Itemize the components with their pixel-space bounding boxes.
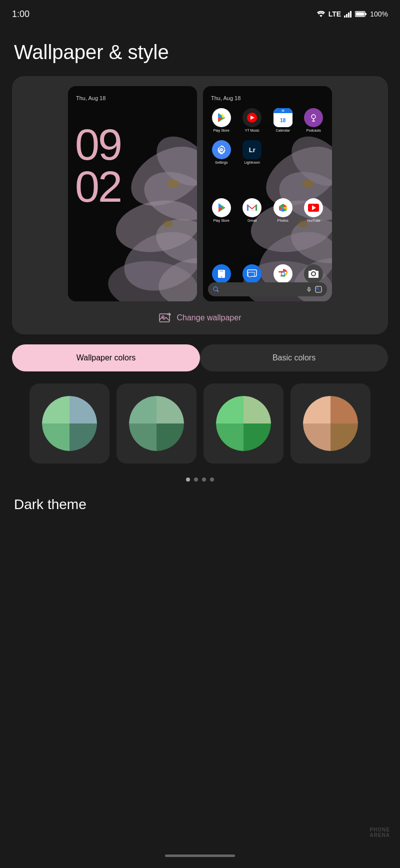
svg-rect-70 — [244, 423, 271, 451]
app-gmail[interactable]: Gmail — [238, 198, 267, 223]
svg-point-33 — [312, 115, 316, 119]
dock-camera[interactable] — [300, 264, 328, 283]
svg-rect-2 — [348, 13, 350, 18]
status-time: 1:00 — [12, 9, 30, 20]
lte-label: LTE — [328, 10, 341, 18]
dock-phone[interactable] — [207, 264, 236, 283]
svg-point-14 — [163, 220, 173, 227]
app-label-lightroom: Lightroom — [244, 161, 260, 165]
svg-rect-58 — [70, 396, 97, 423]
svg-point-13 — [167, 180, 179, 188]
svg-rect-5 — [365, 13, 366, 15]
status-bar: 1:00 LTE 100% — [0, 0, 400, 25]
svg-rect-40 — [256, 205, 257, 211]
lock-screen-time: 09 02 — [75, 124, 121, 207]
svg-rect-74 — [303, 423, 330, 451]
svg-point-53 — [316, 287, 318, 289]
dock — [207, 264, 328, 283]
lock-screen-hour: 09 — [75, 124, 121, 166]
lock-screen-date: Thu, Aug 18 — [76, 95, 106, 101]
app-label-youtube: YouTube — [306, 219, 320, 223]
battery-percent: 100% — [370, 10, 388, 18]
search-bar-google-icon — [213, 286, 219, 292]
svg-rect-64 — [129, 423, 156, 451]
swatch-4-visual — [303, 396, 358, 451]
svg-rect-65 — [156, 423, 184, 451]
swatch-4[interactable] — [290, 383, 370, 464]
app-row-1: Play Store YT Music 18 18 — [207, 108, 328, 133]
svg-point-48 — [214, 287, 218, 291]
svg-rect-39 — [247, 205, 248, 211]
lock-screen-minute: 02 — [75, 166, 121, 208]
home-screen-preview[interactable]: Thu, Aug 18 Play Store — [203, 86, 332, 301]
bottom-nav — [0, 843, 400, 868]
app-play-store-1[interactable]: Play Store — [207, 108, 236, 133]
svg-rect-75 — [330, 423, 358, 451]
app-label-calendar: Calendar — [276, 129, 290, 133]
search-bar-mic-icon — [306, 286, 312, 292]
app-photos[interactable]: Photos — [268, 198, 298, 223]
swatch-3[interactable] — [204, 383, 284, 464]
wifi-icon — [316, 11, 326, 18]
svg-point-23 — [302, 180, 314, 188]
dot-4 — [210, 478, 214, 482]
dot-2 — [194, 478, 198, 482]
change-wallpaper-label: Change wallpaper — [177, 313, 242, 322]
app-label-settings: Settings — [215, 161, 228, 165]
search-bar[interactable] — [208, 282, 327, 296]
app-podcasts[interactable]: Podcasts — [300, 108, 328, 133]
dock-messages[interactable] — [238, 264, 267, 283]
app-youtube[interactable]: YouTube — [300, 198, 328, 223]
app-label-podcasts: Podcasts — [306, 129, 321, 133]
swatch-1[interactable] — [30, 383, 110, 464]
signal-icon — [344, 11, 352, 18]
svg-rect-62 — [129, 396, 156, 423]
app-label-gmail: Gmail — [248, 219, 256, 223]
svg-rect-3 — [350, 11, 352, 18]
phone-preview-container: Thu, Aug 18 09 02 — [12, 76, 388, 334]
svg-rect-68 — [244, 396, 271, 423]
swatch-2-visual — [129, 396, 184, 451]
bottom-pill — [165, 854, 235, 857]
app-label-yt-music: YT Music — [245, 129, 260, 133]
dark-theme-section-label: Dark theme — [0, 492, 400, 518]
basic-colors-tab[interactable]: Basic colors — [200, 344, 388, 371]
svg-rect-1 — [346, 14, 348, 18]
swatch-3-visual — [216, 396, 271, 451]
change-wallpaper-icon — [159, 312, 172, 323]
lock-screen-preview[interactable]: Thu, Aug 18 09 02 — [68, 86, 197, 301]
svg-rect-63 — [156, 396, 184, 423]
app-lightroom[interactable]: Lr Lightroom — [238, 140, 267, 165]
dot-1 — [186, 478, 190, 482]
svg-rect-57 — [42, 396, 70, 423]
swatch-2[interactable] — [116, 383, 196, 464]
page-title: Wallpaper & style — [0, 25, 400, 76]
app-row-3: Play Store Gmail — [207, 198, 328, 223]
battery-icon — [355, 11, 367, 18]
page-dots — [0, 476, 400, 492]
dock-chrome[interactable] — [268, 264, 298, 283]
app-play-store-2[interactable]: Play Store — [207, 198, 236, 223]
app-label-play-store-1: Play Store — [214, 129, 230, 133]
svg-rect-72 — [303, 396, 330, 423]
svg-rect-67 — [216, 396, 244, 423]
wallpaper-colors-tab[interactable]: Wallpaper colors — [12, 344, 200, 371]
svg-point-50 — [308, 287, 310, 289]
status-icons: LTE 100% — [316, 10, 388, 18]
svg-rect-73 — [330, 396, 358, 423]
app-settings[interactable]: Settings — [207, 140, 236, 165]
color-tabs: Wallpaper colors Basic colors — [12, 344, 388, 371]
app-row-2: Settings Lr Lightroom — [207, 140, 328, 165]
app-calendar[interactable]: 18 18 Calendar — [268, 108, 298, 133]
app-yt-music[interactable]: YT Music — [238, 108, 267, 133]
app-label-photos: Photos — [278, 219, 288, 223]
phone-previews: Thu, Aug 18 09 02 — [20, 86, 380, 301]
svg-rect-60 — [70, 423, 97, 451]
change-wallpaper-button[interactable]: Change wallpaper — [20, 301, 380, 334]
home-screen-date: Thu, Aug 18 — [211, 95, 240, 101]
dot-3 — [202, 478, 206, 482]
svg-point-47 — [282, 273, 284, 275]
color-swatches — [0, 371, 400, 476]
search-bar-lens-icon — [315, 286, 322, 293]
svg-rect-0 — [344, 16, 346, 18]
